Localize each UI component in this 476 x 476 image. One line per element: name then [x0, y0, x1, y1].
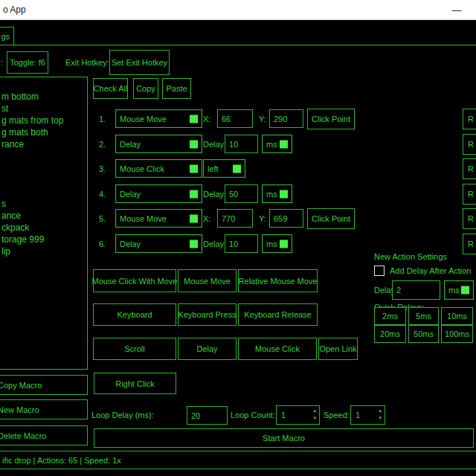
x-input[interactable]: 770: [217, 209, 253, 228]
add-relative-mouse-move-button[interactable]: Relative Mouse Move: [238, 269, 318, 292]
macro-list-item[interactable]: ckpack: [1, 222, 87, 234]
quick-delay-2ms-button[interactable]: 2ms: [374, 307, 406, 325]
action-row-number: 6.: [99, 239, 106, 248]
delay-input[interactable]: 10: [225, 234, 258, 253]
action-type-dropdown[interactable]: Mouse Click: [115, 159, 202, 178]
delay-unit-dropdown[interactable]: ms: [262, 135, 292, 153]
spinner-arrows-icon[interactable]: ▴▾: [379, 407, 382, 422]
copy-button[interactable]: Copy: [133, 78, 158, 99]
add-keyboard-press-button[interactable]: Keyboard Press: [178, 303, 237, 326]
dropdown-square-icon: [233, 164, 241, 173]
status-bar: ific drop | Actions: 65 | Speed: 1x: [0, 451, 476, 469]
action-type-value: Mouse Click: [120, 164, 164, 173]
macro-list-item[interactable]: [1, 175, 87, 187]
action-row-number: 4.: [99, 190, 106, 199]
add-delay-after-action-label: Add Delay After Action: [390, 266, 471, 275]
remove-action-button[interactable]: R: [463, 208, 476, 229]
quick-delay-5ms-button[interactable]: 5ms: [408, 307, 439, 325]
macro-list-item[interactable]: st: [1, 103, 87, 115]
action-type-dropdown[interactable]: Delay: [115, 184, 202, 203]
click-point-button[interactable]: Click Point: [307, 109, 355, 129]
check-all-button[interactable]: Check All: [93, 78, 128, 99]
delay-label: Delay:: [203, 239, 226, 248]
delay-unit-value: ms: [266, 239, 277, 248]
macro-list-item[interactable]: ance: [1, 210, 87, 222]
action-type-value: Delay: [120, 140, 141, 149]
toggle-hotkey-button[interactable]: Toggle: f6: [7, 51, 48, 74]
x-label: X:: [203, 214, 210, 223]
add-mouse-move-button[interactable]: Mouse Move: [178, 269, 237, 292]
loop-count-label: Loop Count:: [231, 411, 275, 419]
loop-delay-input[interactable]: 20: [187, 406, 228, 425]
action-type-dropdown[interactable]: Delay: [115, 234, 202, 253]
delay-unit-value: ms: [266, 140, 277, 149]
dropdown-square-icon: [190, 214, 198, 222]
remove-action-button[interactable]: R: [463, 234, 476, 254]
macro-list-item[interactable]: g mats from top: [1, 115, 87, 127]
action-type-dropdown[interactable]: Mouse Move: [115, 209, 202, 228]
quick-delay-10ms-button[interactable]: 10ms: [441, 307, 473, 325]
spinner-arrows-icon[interactable]: ▴▾: [313, 407, 316, 422]
tab-settings-partial[interactable]: gs: [0, 27, 14, 45]
delay-input[interactable]: 10: [225, 135, 258, 153]
add-right-click-button[interactable]: Right Click: [94, 373, 176, 394]
macro-list-item[interactable]: s: [1, 199, 87, 210]
macro-list-item[interactable]: [1, 187, 87, 199]
remove-action-button[interactable]: R: [463, 134, 476, 155]
action-type-dropdown[interactable]: Delay: [115, 135, 202, 153]
add-delay-button[interactable]: Delay: [178, 338, 237, 360]
dropdown-square-icon: [280, 140, 288, 148]
macro-list-item[interactable]: g mats both: [1, 127, 87, 139]
macro-list-item[interactable]: torage 999: [1, 234, 87, 246]
loop-count-value: 1: [281, 411, 286, 419]
delay-unit-value: ms: [448, 286, 460, 295]
remove-action-button[interactable]: R: [463, 158, 476, 179]
dropdown-square-icon: [461, 286, 469, 295]
add-mouse-click-with-move-button[interactable]: Mouse Click With Move: [93, 269, 176, 292]
speed-stepper[interactable]: 1 ▴▾: [350, 405, 385, 425]
quick-delay-20ms-button[interactable]: 20ms: [374, 325, 406, 343]
macro-list-item[interactable]: [1, 163, 87, 175]
y-input[interactable]: 659: [269, 209, 303, 228]
speed-value: 1: [356, 411, 360, 419]
action-type-dropdown[interactable]: Mouse Move: [115, 109, 202, 128]
add-scroll-button[interactable]: Scroll: [93, 338, 176, 360]
new-action-delay-unit-dropdown[interactable]: ms: [444, 280, 474, 300]
click-point-button[interactable]: Click Point: [307, 208, 355, 229]
tab-strip-divider: [0, 45, 476, 45]
x-input[interactable]: 66: [217, 109, 253, 128]
remove-action-button[interactable]: R: [463, 109, 476, 129]
loop-count-stepper[interactable]: 1 ▴▾: [276, 405, 320, 425]
quick-delay-50ms-button[interactable]: 50ms: [408, 325, 439, 343]
macro-list-item[interactable]: [1, 80, 87, 91]
add-mouse-click-button[interactable]: Mouse Click: [238, 338, 317, 360]
dropdown-square-icon: [190, 115, 198, 123]
set-exit-hotkey-button[interactable]: Set Exit Hotkey: [109, 50, 170, 75]
macro-list-item[interactable]: lip: [1, 246, 87, 258]
delay-input[interactable]: 50: [225, 184, 258, 203]
macro-list[interactable]: m bottom st g mats from top g mats both …: [0, 77, 88, 370]
add-delay-after-action-checkbox[interactable]: [374, 266, 385, 276]
new-macro-button[interactable]: New Macro: [0, 399, 88, 419]
add-open-link-button[interactable]: Open Link: [318, 338, 358, 360]
status-text: ific drop | Actions: 65 | Speed: 1x: [2, 456, 121, 465]
new-action-delay-input[interactable]: 2: [392, 280, 440, 300]
paste-button[interactable]: Paste: [162, 78, 191, 99]
minimize-icon[interactable]: —: [445, 0, 469, 20]
y-input[interactable]: 290: [269, 109, 303, 128]
copy-macro-button[interactable]: Copy Macro: [0, 375, 88, 395]
macro-list-item[interactable]: m bottom: [1, 91, 87, 103]
quick-delay-100ms-button[interactable]: 100ms: [441, 325, 473, 343]
delay-unit-dropdown[interactable]: ms: [262, 234, 292, 253]
mouse-button-dropdown[interactable]: left: [203, 159, 245, 178]
delete-macro-button[interactable]: Delete Macro: [0, 425, 88, 446]
y-label: Y:: [259, 214, 266, 223]
macro-list-items: m bottom st g mats from top g mats both …: [0, 77, 87, 258]
remove-action-button[interactable]: R: [463, 184, 476, 205]
macro-list-item[interactable]: rance: [1, 139, 87, 151]
macro-list-item[interactable]: [1, 151, 87, 163]
add-keyboard-button[interactable]: Keyboard: [93, 303, 176, 326]
delay-unit-dropdown[interactable]: ms: [262, 184, 292, 203]
start-macro-button[interactable]: Start Macro: [94, 428, 474, 448]
add-keyboard-release-button[interactable]: Keyboard Release: [238, 303, 318, 326]
